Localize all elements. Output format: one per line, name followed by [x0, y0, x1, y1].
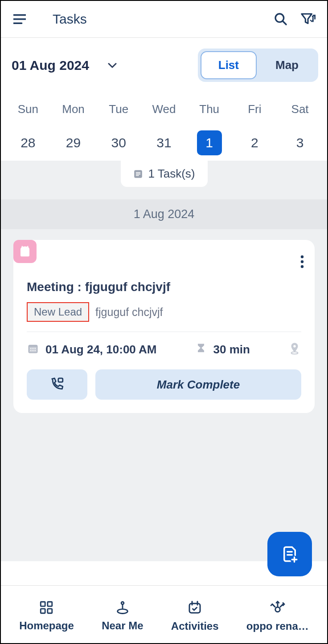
svg-point-2	[301, 255, 303, 258]
date-section-header: 1 Aug 2024	[1, 199, 327, 229]
nav-more[interactable]: oppo rena…	[246, 599, 309, 632]
chevron-down-icon[interactable]	[107, 60, 118, 71]
call-button[interactable]	[27, 369, 87, 400]
bottom-nav: Homepage Near Me Activities oppo rena…	[1, 585, 327, 643]
day-num-selected[interactable]: 1	[197, 130, 222, 155]
svg-rect-18	[48, 602, 52, 606]
calendar-icon	[27, 342, 39, 356]
svg-rect-20	[48, 608, 52, 613]
task-subtitle: fjguguf chcjvjf	[95, 306, 163, 319]
svg-point-3	[301, 260, 303, 263]
svg-point-7	[30, 348, 31, 349]
svg-rect-23	[189, 603, 200, 613]
svg-point-14	[291, 352, 298, 354]
hourglass-icon	[195, 342, 207, 356]
day-name: Tue	[109, 102, 128, 116]
day-num[interactable]: 3	[287, 130, 312, 155]
task-title: Meeting : fjguguf chcjvjf	[27, 280, 301, 294]
tasks-count-label: 1 Task(s)	[148, 167, 195, 181]
search-icon[interactable]	[274, 12, 288, 26]
add-task-fab[interactable]	[267, 532, 312, 576]
filter-sort-icon[interactable]	[300, 12, 315, 26]
day-name: Mon	[62, 102, 85, 116]
day-name: Sun	[18, 102, 38, 116]
list-view-button[interactable]: List	[201, 51, 257, 79]
view-toggle: List Map	[198, 49, 318, 82]
mark-complete-button[interactable]: Mark Complete	[95, 369, 301, 400]
day-num[interactable]: 30	[106, 130, 131, 155]
tasks-count: 1 Task(s)	[121, 161, 208, 187]
svg-point-24	[275, 607, 280, 612]
lead-status-badge: New Lead	[27, 302, 89, 322]
more-vertical-icon[interactable]	[298, 252, 307, 273]
day-name: Wed	[152, 102, 176, 116]
nav-label: Near Me	[102, 620, 143, 632]
nav-homepage[interactable]: Homepage	[19, 600, 74, 632]
current-date[interactable]: 01 Aug 2024	[12, 58, 89, 73]
nav-label: oppo rena…	[246, 620, 309, 632]
svg-point-22	[117, 609, 127, 613]
task-duration: 30 min	[213, 343, 250, 356]
location-pin-icon[interactable]	[288, 342, 301, 357]
day-num[interactable]: 31	[152, 130, 176, 155]
map-view-button[interactable]: Map	[258, 51, 316, 79]
nav-label: Homepage	[19, 620, 74, 632]
nav-label: Activities	[171, 620, 219, 632]
svg-rect-15	[58, 378, 63, 382]
svg-rect-6	[29, 347, 37, 352]
day-name: Sat	[291, 102, 309, 116]
day-num[interactable]: 2	[242, 130, 267, 155]
nav-near-me[interactable]: Near Me	[102, 600, 143, 632]
meeting-type-icon	[13, 240, 37, 263]
day-name: Thu	[199, 102, 219, 116]
svg-point-4	[301, 265, 303, 268]
svg-point-9	[35, 348, 36, 349]
task-datetime: 01 Aug 24, 10:00 AM	[45, 343, 157, 356]
svg-point-13	[293, 345, 296, 348]
svg-point-21	[121, 602, 124, 604]
menu-icon[interactable]	[13, 14, 26, 24]
day-name: Fri	[248, 102, 261, 116]
svg-rect-19	[41, 608, 45, 613]
task-card[interactable]: Meeting : fjguguf chcjvjf New Lead fjgug…	[13, 240, 315, 413]
svg-point-12	[35, 350, 36, 351]
svg-point-11	[33, 350, 33, 351]
svg-point-8	[33, 348, 33, 349]
page-title: Tasks	[53, 12, 274, 27]
week-calendar: Sun28 Mon29 Tue30 Wed31 Thu1 Fri2 Sat3	[1, 89, 327, 162]
svg-rect-17	[41, 602, 45, 606]
day-num[interactable]: 28	[16, 130, 41, 155]
day-num[interactable]: 29	[61, 130, 86, 155]
nav-activities[interactable]: Activities	[171, 599, 219, 632]
svg-point-10	[30, 350, 31, 351]
